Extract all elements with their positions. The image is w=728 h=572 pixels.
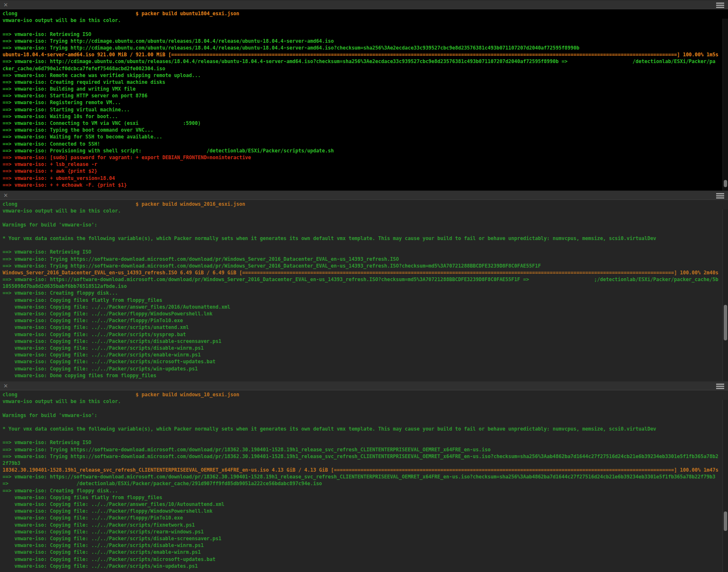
terminal-row: vmware-iso: Copying file: ../../Packer/f… — [3, 514, 722, 521]
terminal-row: vmware-iso: Copying file: ../../Packer/s… — [3, 528, 722, 535]
terminal-row: ==> vmware-iso: https://software-downloa… — [3, 276, 722, 283]
terminal-row: ==> vmware-iso: Trying https://software-… — [3, 446, 722, 453]
terminal-row: ==> vmware-iso: Connected to SSH! — [3, 141, 722, 147]
terminal-row: ==> vmware-iso: Creating floppy disk... — [3, 290, 722, 296]
terminal-row: ==> vmware-iso: Registering remote VM... — [3, 99, 722, 106]
menu-icon[interactable] — [716, 3, 724, 8]
terminal-row: ==> vmware-iso: https://software-downloa… — [3, 473, 722, 480]
terminal-row: ==> vmware-iso: Retrieving ISO — [3, 31, 722, 38]
terminal-row: vmware-iso: Copying files flatly from fl… — [3, 494, 722, 501]
pane-titlebar[interactable]: ✕ — [0, 381, 728, 390]
terminal-row — [3, 405, 722, 412]
terminal-row: ==> vmware-iso: Trying http://cdimage.ub… — [3, 38, 722, 44]
terminal-row: ==> vmware-iso: Creating floppy disk... — [3, 487, 722, 494]
terminal-row: ubuntu-18.04.4-server-amd64.iso 921.00 M… — [3, 51, 722, 58]
terminal-row: vmware-iso: Copying file: ../../Packer/s… — [3, 324, 722, 331]
terminal-row: vmware-iso: Copying files flatly from fl… — [3, 297, 722, 304]
terminal-row — [3, 24, 722, 30]
menu-icon[interactable] — [716, 193, 724, 199]
terminal-row: vmware-iso: Copying file: ../../Packer/a… — [3, 501, 722, 508]
terminal-row — [3, 419, 722, 426]
terminal-row: Warnings for build 'vmware-iso': — [3, 221, 722, 228]
terminal-row: ==> vmware-iso: Trying http://cdimage.ub… — [3, 44, 722, 51]
scrollbar-thumb[interactable] — [724, 511, 727, 531]
terminal-row: ==> vmware-iso: Building and writing VMX… — [3, 86, 722, 92]
terminal-window: ✕ clong $ packer build ubuntu1804_esxi.j… — [0, 0, 728, 572]
terminal-row: ==> vmware-iso: Provisioning with shell … — [3, 147, 722, 154]
terminal-screen[interactable]: clong $ packer build ubuntu1804_esxi.jso… — [0, 9, 728, 191]
terminal-row — [3, 432, 722, 439]
terminal-pane-windows10: ✕ clong $ packer build windows_10_esxi.j… — [0, 381, 728, 572]
scrollbar-thumb[interactable] — [724, 180, 727, 187]
terminal-row: vmware-iso output will be in this color. — [3, 17, 722, 24]
terminal-row: vmware-iso: Copying file: ../../Packer/s… — [3, 542, 722, 549]
terminal-row: ==> vmware-iso: + ubuntu_version=18.04 — [3, 175, 722, 182]
terminal-row: ==> vmware-iso: Trying https://software-… — [3, 263, 722, 269]
terminal-row: clong $ packer build windows_2016_esxi.j… — [3, 201, 722, 207]
terminal-row: Windows_Server_2016_Datacenter_EVAL_en-u… — [3, 269, 722, 276]
close-icon[interactable]: ✕ — [3, 2, 8, 8]
terminal-row: ==> vmware-iso: http://cdimage.ubuntu.co… — [3, 58, 722, 65]
terminal-row: vmware-iso: Copying file: ../../Packer/a… — [3, 304, 722, 310]
terminal-row: vmware-iso: Copying file: ../../Packer/s… — [3, 331, 722, 338]
menu-icon[interactable] — [716, 384, 724, 389]
terminal-output: clong $ packer build windows_10_esxi.jso… — [3, 391, 722, 572]
terminal-row: ==> vmware-iso: Remote cache was verifie… — [3, 72, 722, 79]
scrollbar[interactable] — [722, 19, 728, 191]
terminal-row: vmware-iso: Copying file: ../../Packer/s… — [3, 365, 722, 372]
terminal-row: Warnings for build 'vmware-iso': — [3, 412, 722, 419]
terminal-pane-ubuntu: ✕ clong $ packer build ubuntu1804_esxi.j… — [0, 0, 728, 191]
terminal-row: ==> vmware-iso: Starting virtual machine… — [3, 106, 722, 113]
terminal-output: clong $ packer build windows_2016_esxi.j… — [3, 201, 722, 381]
terminal-row: ==> vmware-iso: Retrieving ISO — [3, 439, 722, 446]
terminal-row — [3, 242, 722, 249]
terminal-row: ==> vmware-iso: + awk {print $2} — [3, 168, 722, 174]
pane-titlebar[interactable]: ✕ — [0, 191, 728, 200]
terminal-row: 1055098d7ba8d2d635babf6bb76518512afbde.i… — [3, 283, 722, 290]
terminal-row: vmware-iso: Copying file: ../../Packer/f… — [3, 310, 722, 317]
terminal-row: ==> vmware-iso: Waiting for SSH to becom… — [3, 133, 722, 140]
terminal-row: ==> vmware-iso: Trying https://software-… — [3, 256, 722, 263]
close-icon[interactable]: ✕ — [3, 383, 8, 389]
terminal-row: vmware-iso: Done copying files from flop… — [3, 372, 722, 379]
scrollbar[interactable] — [722, 209, 728, 381]
terminal-row — [3, 228, 722, 235]
terminal-pane-windows2016: ✕ clong $ packer build windows_2016_esxi… — [0, 191, 728, 381]
terminal-row: clong $ packer build ubuntu1804_esxi.jso… — [3, 10, 722, 17]
terminal-row: vmware-iso: Copying file: ../../Packer/s… — [3, 522, 722, 528]
terminal-row: ==> vmware-iso: Typing the boot command … — [3, 127, 722, 133]
terminal-row: vmware-iso: Copying file: ../../Packer/s… — [3, 549, 722, 555]
terminal-screen[interactable]: clong $ packer build windows_2016_esxi.j… — [0, 200, 728, 381]
terminal-row: vmware-iso: Copying file: ../../Packer/s… — [3, 556, 722, 563]
terminal-row: vmware-iso: Copying file: ../../Packer/s… — [3, 351, 722, 358]
terminal-row: vmware-iso output will be in this color. — [3, 207, 722, 214]
terminal-row: ==> vmware-iso: Connecting to VM via VNC… — [3, 120, 722, 127]
terminal-row: cker_cache/e6d790e1cf0dcbca7fefef75468ac… — [3, 65, 722, 72]
terminal-row: ==> vmware-iso: Waiting 10s for boot... — [3, 113, 722, 120]
terminal-row: * Your vmx data contains the following v… — [3, 426, 722, 432]
terminal-row: * Your vmx data contains the following v… — [3, 235, 722, 242]
terminal-row: ==> vmware-iso: + + echoawk -F. {print $… — [3, 182, 722, 188]
terminal-row: 18362.30.190401-1528.19h1_release_svc_re… — [3, 467, 722, 473]
pane-titlebar[interactable]: ✕ — [0, 0, 728, 9]
terminal-row — [3, 214, 722, 221]
terminal-row: vmware-iso: Copying file: ../../Packer/s… — [3, 535, 722, 542]
close-icon[interactable]: ✕ — [3, 193, 8, 198]
terminal-row: ==> vmware-iso: Retrieving ISO — [3, 249, 722, 255]
terminal-row: vmware-iso: Copying file: ../../Packer/f… — [3, 317, 722, 324]
terminal-row: ==> vmware-iso: + lsb_release -r — [3, 161, 722, 168]
terminal-row: vmware-iso: Copying file: ../../Packer/s… — [3, 345, 722, 351]
terminal-row: vmware-iso: Copying file: ../../Packer/s… — [3, 338, 722, 345]
terminal-row: vmware-iso: Copying file: ../../Packer/s… — [3, 358, 722, 365]
terminal-row: => /detectionlab/ESXi/Packer/packer_cach… — [3, 480, 722, 487]
terminal-row: ==> vmware-iso: Trying https://software-… — [3, 453, 722, 460]
scrollbar-thumb[interactable] — [724, 305, 727, 340]
terminal-row: ==> vmware-iso: [sudo] password for vagr… — [3, 154, 722, 161]
terminal-screen[interactable]: clong $ packer build windows_10_esxi.jso… — [0, 390, 728, 572]
terminal-row: vmware-iso: Copying file: ../../Packer/f… — [3, 508, 722, 514]
terminal-row: vmware-iso: Copying file: ../../Packer/s… — [3, 563, 722, 569]
terminal-output: clong $ packer build ubuntu1804_esxi.jso… — [3, 10, 722, 191]
terminal-row: 2f79b3 — [3, 460, 722, 467]
terminal-row: clong $ packer build windows_10_esxi.jso… — [3, 391, 722, 398]
scrollbar[interactable] — [722, 400, 728, 572]
